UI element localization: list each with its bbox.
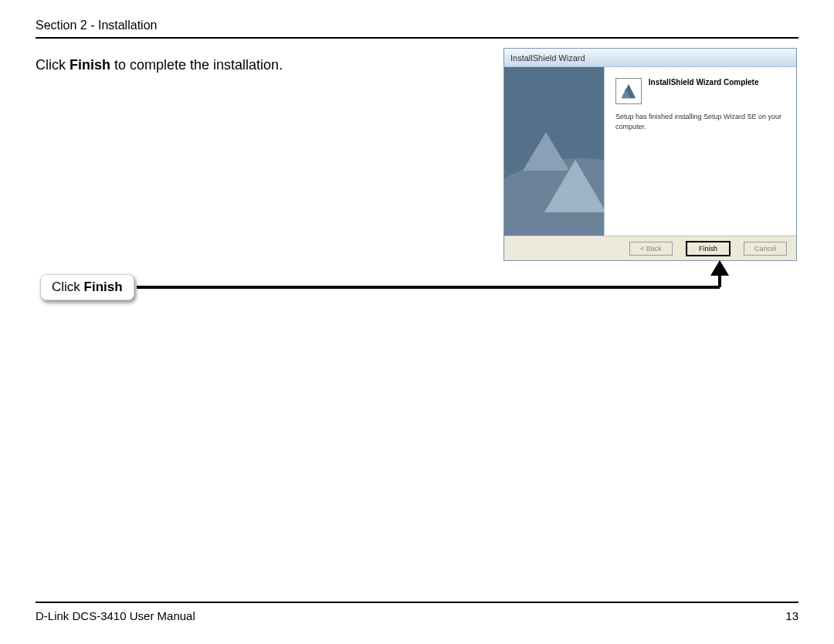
dialog-sidebar-graphic — [504, 67, 605, 236]
section-title: Section 2 - Installation — [36, 19, 157, 32]
footer-page-number: 13 — [785, 609, 798, 622]
dialog-body: InstallShield Wizard Complete Setup has … — [504, 67, 796, 236]
back-button: < Back — [629, 242, 673, 256]
footer-manual-name: D-Link DCS-3410 User Manual — [36, 609, 195, 622]
section-header: Section 2 - Installation — [36, 0, 798, 39]
dialog-heading: InstallShield Wizard Complete — [649, 78, 759, 86]
instruction-suffix: to complete the installation. — [110, 57, 283, 73]
wizard-icon — [615, 78, 642, 104]
instruction-prefix: Click — [36, 57, 70, 73]
dialog-body-text: Setup has finished installing Setup Wiza… — [615, 112, 785, 131]
dialog-footer: < Back Finish Cancel — [504, 236, 796, 260]
finish-button[interactable]: Finish — [687, 242, 730, 256]
callout-vertical — [718, 274, 721, 287]
dialog-content: InstallShield Wizard Complete Setup has … — [605, 67, 796, 236]
callout-bold: Finish — [84, 280, 123, 294]
instruction-text: Click Finish to complete the installatio… — [36, 57, 283, 73]
callout-line — [137, 286, 720, 289]
cancel-button: Cancel — [744, 242, 787, 256]
dialog-title: InstallShield Wizard — [510, 53, 585, 63]
page-footer: D-Link DCS-3410 User Manual 13 — [36, 602, 798, 622]
dialog-titlebar: InstallShield Wizard — [504, 49, 796, 67]
arrow-up-icon — [710, 260, 729, 276]
callout-pill: Click Finish — [40, 274, 134, 300]
instruction-bold: Finish — [70, 57, 110, 73]
installshield-dialog: InstallShield Wizard InstallShield Wizar… — [503, 48, 797, 261]
callout-prefix: Click — [52, 280, 84, 294]
triangle-icon — [544, 160, 605, 212]
callout: Click Finish — [40, 274, 735, 305]
